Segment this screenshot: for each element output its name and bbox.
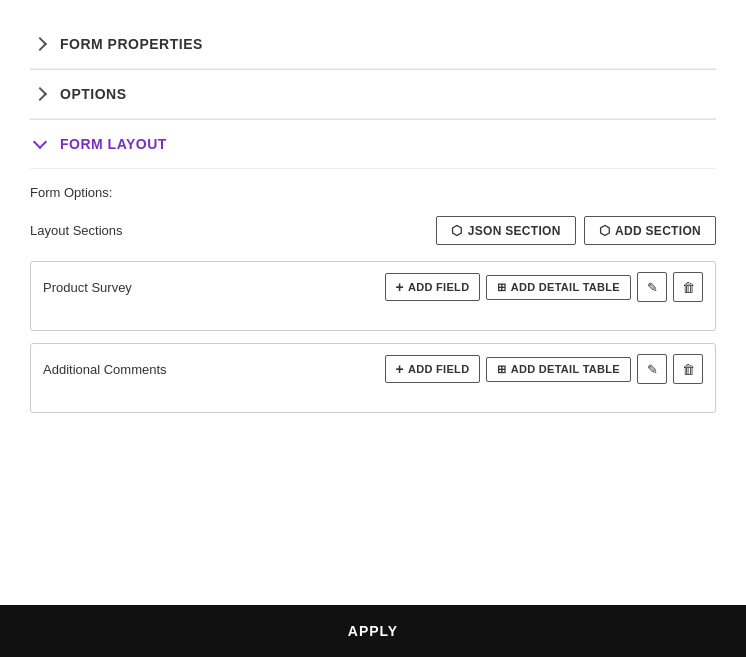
- add-section-label: ADD SECTION: [615, 224, 701, 238]
- options-chevron: [30, 84, 50, 104]
- add-section-icon: ⬡: [599, 223, 610, 238]
- form-layout-chevron: [30, 134, 50, 154]
- main-content: FORM PROPERTIES OPTIONS FORM LAYOUT Form…: [0, 0, 746, 610]
- form-properties-title: FORM PROPERTIES: [60, 36, 203, 52]
- plus-icon-1: +: [396, 279, 404, 295]
- section-card-title-1: Product Survey: [43, 280, 132, 295]
- form-properties-chevron: [30, 34, 50, 54]
- section-card-product-survey: Product Survey + ADD FIELD ADD DETAIL TA…: [30, 261, 716, 331]
- layout-sections-row: Layout Sections ⬡ JSON SECTION ⬡ ADD SEC…: [30, 216, 716, 245]
- form-layout-section[interactable]: FORM LAYOUT: [30, 120, 716, 169]
- add-field-button-1[interactable]: + ADD FIELD: [385, 273, 481, 301]
- table-icon-2: [497, 363, 506, 376]
- section-card-actions-1: + ADD FIELD ADD DETAIL TABLE ✎ 🗑: [385, 272, 703, 302]
- add-detail-table-label-2: ADD DETAIL TABLE: [511, 363, 620, 375]
- form-options-label: Form Options:: [30, 185, 716, 200]
- delete-button-2[interactable]: 🗑: [673, 354, 703, 384]
- table-icon-1: [497, 281, 506, 294]
- add-detail-table-button-2[interactable]: ADD DETAIL TABLE: [486, 357, 631, 382]
- section-card-header-2: Additional Comments + ADD FIELD ADD DETA…: [43, 354, 703, 384]
- add-field-label-2: ADD FIELD: [408, 363, 469, 375]
- options-section[interactable]: OPTIONS: [30, 70, 716, 119]
- edit-button-1[interactable]: ✎: [637, 272, 667, 302]
- add-field-label-1: ADD FIELD: [408, 281, 469, 293]
- add-field-button-2[interactable]: + ADD FIELD: [385, 355, 481, 383]
- apply-label: APPLY: [348, 623, 398, 639]
- edit-icon-2: ✎: [647, 362, 658, 377]
- json-section-button[interactable]: ⬡ JSON SECTION: [436, 216, 575, 245]
- json-section-icon: ⬡: [451, 223, 462, 238]
- form-layout-title: FORM LAYOUT: [60, 136, 167, 152]
- delete-button-1[interactable]: 🗑: [673, 272, 703, 302]
- add-detail-table-button-1[interactable]: ADD DETAIL TABLE: [486, 275, 631, 300]
- edit-button-2[interactable]: ✎: [637, 354, 667, 384]
- edit-icon-1: ✎: [647, 280, 658, 295]
- section-card-additional-comments: Additional Comments + ADD FIELD ADD DETA…: [30, 343, 716, 413]
- add-detail-table-label-1: ADD DETAIL TABLE: [511, 281, 620, 293]
- layout-section-buttons: ⬡ JSON SECTION ⬡ ADD SECTION: [436, 216, 716, 245]
- delete-icon-2: 🗑: [682, 362, 695, 377]
- apply-button[interactable]: APPLY: [0, 605, 746, 657]
- options-title: OPTIONS: [60, 86, 127, 102]
- json-section-label: JSON SECTION: [468, 224, 561, 238]
- plus-icon-2: +: [396, 361, 404, 377]
- section-card-header-1: Product Survey + ADD FIELD ADD DETAIL TA…: [43, 272, 703, 302]
- layout-sections-label: Layout Sections: [30, 223, 123, 238]
- form-properties-section[interactable]: FORM PROPERTIES: [30, 20, 716, 69]
- form-layout-content: Form Options: Layout Sections ⬡ JSON SEC…: [30, 169, 716, 441]
- section-card-actions-2: + ADD FIELD ADD DETAIL TABLE ✎ 🗑: [385, 354, 703, 384]
- section-card-title-2: Additional Comments: [43, 362, 167, 377]
- delete-icon-1: 🗑: [682, 280, 695, 295]
- add-section-button[interactable]: ⬡ ADD SECTION: [584, 216, 716, 245]
